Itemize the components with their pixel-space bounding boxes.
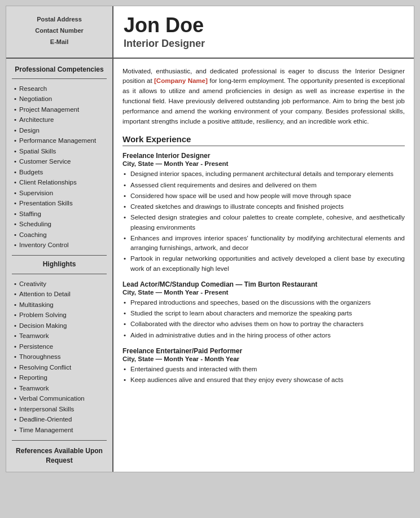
list-item: Collaborated with the director who advis… [123,319,405,329]
job-location-2: City, State — Month Year - Present [123,289,405,296]
job-bullets-2: Prepared introductions and speeches, bas… [123,298,405,340]
list-item: Supervision [12,188,107,199]
list-item: Project Management [12,104,107,115]
list-item: Entertained guests and interacted with t… [123,365,405,374]
job-bullets-3: Entertained guests and interacted with t… [123,365,405,385]
job-location-1: City, State — Month Year - Present [123,160,405,167]
references-text: References Available Upon Request [12,446,107,466]
contact-line-1: Postal Address [12,14,107,25]
main-content: Motivated, enthusiastic, and dedicated p… [113,59,414,472]
work-experience-title: Work Experience [123,134,405,146]
list-item: Design [12,125,107,136]
list-item: Inventory Control [12,240,107,251]
list-item: Resolving Conflict [12,362,107,373]
header-name-section: Jon Doe Interior Designer [113,6,414,58]
list-item: Performance Management [12,136,107,147]
contact-line-2: Contact Number [12,25,107,37]
list-item: Assessed client requirements and desires… [123,181,405,190]
list-item: Studied the script to learn about charac… [123,309,405,318]
competencies-divider [12,78,107,79]
list-item: Time Management [12,425,107,436]
contact-line-3: E-Mail [12,37,107,48]
list-item: Presentation Skills [12,199,107,209]
list-item: Problem Solving [12,310,107,321]
list-item: Considered how space will be used and ho… [123,191,405,201]
competencies-title: Professional Competencies [12,65,107,74]
list-item: Reporting [12,373,107,384]
job-title-3: Freelance Entertainer/Paid Performer [123,347,405,355]
list-item: Persistence [12,341,107,352]
body: Professional Competencies Research Negot… [6,59,414,472]
company-name: [Company Name] [154,77,208,84]
resume-container: Postal Address Contact Number E-Mail Jon… [6,6,414,472]
list-item: Designed interior spaces, including perm… [123,169,405,179]
highlights-divider-top [12,255,107,256]
list-item: Creativity [12,279,107,289]
list-item: Prepared introductions and speeches, bas… [123,298,405,308]
list-item: Budgets [12,167,107,178]
list-item: Architecture [12,115,107,126]
highlights-title: Highlights [12,260,107,269]
highlights-divider-bottom [12,274,107,274]
job-bullets-1: Designed interior spaces, including perm… [123,169,405,274]
list-item: Scheduling [12,220,107,230]
job-title-2: Lead Actor/MC/Standup Comedian — Tim Bur… [123,280,405,288]
list-item: Interpersonal Skills [12,404,107,415]
list-item: Teamwork [12,383,107,394]
list-item: Deadline-Oriented [12,415,107,425]
list-item: Attention to Detail [12,289,107,300]
list-item: Multitasking [12,300,107,310]
list-item: Client Relationships [12,178,107,188]
list-item: Teamwork [12,331,107,342]
job-title-1: Freelance Interior Designer [123,152,405,160]
list-item: Verbal Communication [12,394,107,405]
list-item: Decision Making [12,321,107,331]
list-item: Keep audiences alive and ensured that th… [123,375,405,385]
list-item: Research [12,84,107,94]
competencies-list: Research Negotiation Project Management … [12,84,107,251]
list-item: Negotiation [12,94,107,105]
sidebar: Professional Competencies Research Negot… [6,59,113,472]
list-item: Aided in administrative duties and in th… [123,331,405,340]
list-item: Coaching [12,230,107,240]
references-divider [12,440,107,441]
candidate-title: Interior Designer [124,38,404,50]
highlights-list: Creativity Attention to Detail Multitask… [12,279,107,436]
header: Postal Address Contact Number E-Mail Jon… [6,6,414,59]
summary-text-after: for long-term employment. The opportunit… [123,77,405,124]
list-item: Created sketches and drawings to illustr… [123,202,405,212]
header-contact: Postal Address Contact Number E-Mail [6,6,113,58]
list-item: Customer Service [12,157,107,168]
list-item: Selected design strategies and colour pa… [123,213,405,232]
list-item: Spatial Skills [12,146,107,157]
list-item: Thoroughness [12,352,107,363]
list-item: Enhances and improves interior spaces' f… [123,234,405,253]
summary-paragraph: Motivated, enthusiastic, and dedicated p… [123,67,405,127]
candidate-name: Jon Doe [124,14,404,37]
job-location-3: City, State — Month Year - Month Year [123,355,405,362]
list-item: Partook in regular networking opportunit… [123,254,405,274]
list-item: Staffing [12,209,107,220]
